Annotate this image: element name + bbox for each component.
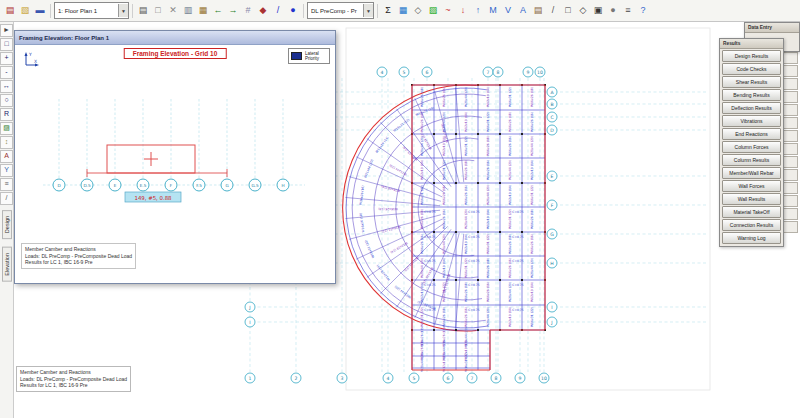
svg-text:W16x26 (16): W16x26 (16) (486, 160, 490, 180)
results-item-end-reactions[interactable]: End Reactions (722, 128, 781, 140)
svg-text:H: H (281, 183, 284, 188)
svg-text:C=0.75: C=0.75 (512, 259, 523, 263)
save-model-icon[interactable]: ▬ (33, 3, 47, 18)
open-model-icon[interactable]: ▧ (18, 3, 32, 18)
svg-text:W12x19 (14): W12x19 (14) (390, 241, 409, 254)
svg-text:W16x31 (22): W16x31 (22) (486, 234, 490, 254)
print-preview-icon[interactable]: □ (151, 3, 165, 18)
svg-text:9: 9 (519, 376, 522, 381)
box-select-icon[interactable]: □ (561, 3, 575, 18)
results-item-code-checks[interactable]: Code Checks (722, 63, 781, 75)
svg-text:G: G (550, 232, 554, 237)
3d-view-icon[interactable]: ◇ (411, 3, 425, 18)
results-item-column-forces[interactable]: Column Forces (722, 141, 781, 153)
svg-text:E: E (114, 183, 117, 188)
full-model-view-icon[interactable]: ○ (0, 94, 13, 107)
svg-text:W16x26 (18): W16x26 (18) (508, 112, 512, 132)
svg-text:C=0.75: C=0.75 (468, 235, 479, 239)
svg-text:G: G (225, 183, 228, 188)
render-view-icon[interactable]: ▨ (0, 122, 13, 135)
framing-elevation-titlebar[interactable]: Framing Elevation: Floor Plan 1 (15, 31, 335, 45)
results-item-deflection-results[interactable]: Deflection Results (722, 102, 781, 114)
svg-text:W21x44 (20): W21x44 (20) (530, 258, 534, 278)
svg-text:W21x44 (20): W21x44 (20) (486, 307, 490, 327)
zoom-in-icon[interactable]: + (0, 52, 13, 65)
invert-select-icon[interactable]: ▣ (591, 3, 605, 18)
deflected-shape-icon[interactable]: ~ (441, 3, 455, 18)
undo-icon[interactable]: ← (211, 3, 225, 18)
top-toolbar: ▤▧▬ 1: Floor Plan 1 ▼ ▤□✕▥▦←→#◆/● DL Pre… (0, 0, 800, 22)
status-text: Member Camber and Reactions Loads: DL Pr… (16, 366, 131, 392)
cut-icon[interactable]: ✕ (166, 3, 180, 18)
svg-text:W16x31 (22): W16x31 (22) (530, 185, 534, 205)
chevron-down-icon[interactable]: ▼ (118, 4, 128, 17)
graphic-editing-icon[interactable]: / (546, 3, 560, 18)
svg-text:W16x26 (18): W16x26 (18) (359, 213, 366, 233)
tab-elevation[interactable]: Elevation (2, 247, 12, 282)
lock-selection-icon[interactable]: ● (606, 3, 620, 18)
results-item-design-results[interactable]: Design Results (722, 50, 781, 62)
legend-swatch (291, 52, 302, 60)
loads-view-icon[interactable]: ↓ (456, 3, 470, 18)
results-item-bending-results[interactable]: Bending Results (722, 89, 781, 101)
annotation-icon[interactable]: A (0, 150, 13, 163)
render-icon[interactable]: ▨ (426, 3, 440, 18)
left-tab-stack: DesignElevation (2, 206, 12, 286)
results-titlebar[interactable]: Results (720, 39, 783, 49)
results-item-shear-results[interactable]: Shear Results (722, 76, 781, 88)
legend-box: Lateral Priority (288, 48, 330, 64)
data-entry-titlebar[interactable]: Data Entry (745, 23, 799, 33)
svg-text:C=0.75: C=0.75 (512, 235, 523, 239)
redo-icon[interactable]: → (226, 3, 240, 18)
reactions-icon[interactable]: ↑ (471, 3, 485, 18)
print-icon[interactable]: ▤ (136, 3, 150, 18)
zoom-out-icon[interactable]: - (0, 66, 13, 79)
svg-text:W21x44 (20): W21x44 (20) (442, 234, 446, 254)
polygon-select-icon[interactable]: ◇ (576, 3, 590, 18)
results-item-vibrations[interactable]: Vibrations (722, 115, 781, 127)
grid-toggle-icon[interactable]: # (241, 3, 255, 18)
help-icon[interactable]: ? (636, 3, 650, 18)
new-model-icon[interactable]: ▤ (3, 3, 17, 18)
window-status-text: Member Camber and Reactions Loads: DL Pr… (21, 243, 136, 269)
snap-toggle-icon[interactable]: ◆ (256, 3, 270, 18)
draw-member-icon[interactable]: / (271, 3, 285, 18)
paste-icon[interactable]: ▦ (196, 3, 210, 18)
solve-icon[interactable]: Σ (381, 3, 395, 18)
distance-tool-icon[interactable]: ↕ (0, 136, 13, 149)
elevation-drawing[interactable]: DD.5EE.5FF.5GG.5H149, #5, 0.88 (15, 45, 335, 241)
load-case-dropdown[interactable]: DL PreComp - Pr ▼ (307, 2, 374, 19)
results-item-connection-results[interactable]: Connection Results (722, 219, 781, 231)
view-selector-dropdown[interactable]: 1: Floor Plan 1 ▼ (54, 2, 129, 19)
results-item-wall-forces[interactable]: Wall Forces (722, 180, 781, 192)
copy-icon[interactable]: ▥ (181, 3, 195, 18)
modify-icon[interactable]: / (0, 192, 13, 205)
tab-design[interactable]: Design (2, 210, 12, 239)
dimension-annotation[interactable]: 149, #5, 0.88 (134, 195, 172, 201)
axial-diagram-icon[interactable]: A (516, 3, 530, 18)
axes-toggle-icon[interactable]: Y (0, 164, 13, 177)
spreadsheet-icon[interactable]: ▤ (531, 3, 545, 18)
results-browser-icon[interactable]: ▦ (396, 3, 410, 18)
svg-text:C=0.75: C=0.75 (424, 308, 435, 312)
data-entry-title: Data Entry (748, 25, 772, 30)
results-item-wall-results[interactable]: Wall Results (722, 193, 781, 205)
toolbar-separator (132, 4, 133, 18)
pan-icon[interactable]: ↔ (0, 80, 13, 93)
rotate-view-icon[interactable]: R (0, 108, 13, 121)
select-icon[interactable]: ► (0, 24, 13, 37)
draw-column-icon[interactable]: ● (286, 3, 300, 18)
results-item-member-wall-rebar[interactable]: Member/Wall Rebar (722, 167, 781, 179)
moment-diagram-icon[interactable]: M (486, 3, 500, 18)
results-item-column-results[interactable]: Column Results (722, 154, 781, 166)
shear-diagram-icon[interactable]: V (501, 3, 515, 18)
chevron-down-icon[interactable]: ▼ (363, 4, 373, 17)
zoom-window-icon[interactable]: □ (0, 38, 13, 51)
results-item-warning-log[interactable]: Warning Log (722, 232, 781, 244)
svg-text:C: C (550, 115, 553, 120)
results-item-material-takeoff[interactable]: Material TakeOff (722, 206, 781, 218)
sort-icon[interactable]: ≡ (0, 178, 13, 191)
svg-text:X: X (34, 59, 37, 64)
display-options-icon[interactable]: ≡ (621, 3, 635, 18)
svg-text:W16x26 (16): W16x26 (16) (442, 87, 446, 107)
